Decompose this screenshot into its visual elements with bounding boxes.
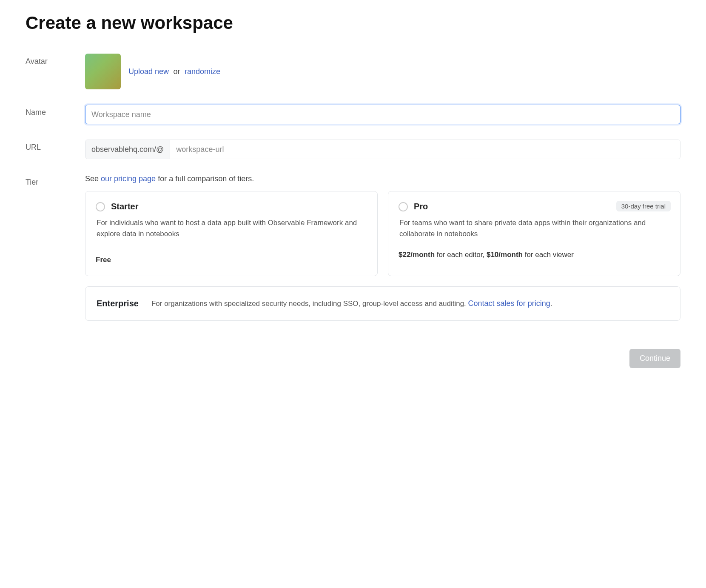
url-row: URL observablehq.com/@ workspace-url — [26, 140, 680, 159]
url-field[interactable]: observablehq.com/@ workspace-url — [85, 140, 680, 159]
tier-row: Tier See our pricing page for a full com… — [26, 174, 680, 321]
tier-intro-prefix: See — [85, 174, 101, 183]
tier-pro-desc: For teams who want to share private data… — [399, 217, 670, 239]
radio-icon[interactable] — [96, 202, 105, 211]
name-label: Name — [26, 105, 85, 117]
tier-intro: See our pricing page for a full comparis… — [85, 174, 680, 183]
pricing-page-link[interactable]: our pricing page — [101, 174, 156, 183]
avatar-row: Avatar Upload new or randomize — [26, 54, 680, 89]
continue-button[interactable]: Continue — [629, 349, 680, 368]
tier-card-starter[interactable]: Starter For individuals who want to host… — [85, 191, 378, 276]
url-slug: workspace-url — [170, 140, 680, 159]
avatar-label: Avatar — [26, 54, 85, 66]
workspace-name-input[interactable] — [85, 105, 680, 124]
avatar-or-text: or — [174, 67, 180, 76]
url-label: URL — [26, 140, 85, 152]
name-row: Name — [26, 105, 680, 124]
tier-pro-title: Pro — [414, 202, 428, 211]
tier-label: Tier — [26, 174, 85, 187]
tier-starter-title: Starter — [111, 202, 138, 211]
tier-starter-desc: For individuals who want to host a data … — [96, 217, 367, 239]
footer-actions: Continue — [26, 349, 680, 368]
tier-intro-suffix: for a full comparison of tiers. — [156, 174, 254, 183]
upload-new-link[interactable]: Upload new — [128, 67, 169, 76]
page-title: Create a new workspace — [26, 13, 680, 33]
tier-enterprise-desc: For organizations with specialized secur… — [151, 298, 552, 309]
tier-card-pro[interactable]: 30-day free trial Pro For teams who want… — [388, 191, 680, 276]
url-prefix: observablehq.com/@ — [85, 140, 170, 159]
contact-sales-link[interactable]: Contact sales for pricing — [468, 299, 550, 308]
tier-enterprise-title: Enterprise — [97, 299, 139, 308]
tier-pro-price: $22/month for each editor, $10/month for… — [399, 249, 670, 260]
tier-card-enterprise: Enterprise For organizations with specia… — [85, 286, 680, 321]
randomize-link[interactable]: randomize — [185, 67, 220, 76]
workspace-avatar[interactable] — [85, 54, 121, 89]
pro-trial-badge: 30-day free trial — [616, 201, 671, 211]
radio-icon[interactable] — [399, 202, 408, 211]
tier-starter-price: Free — [96, 254, 367, 265]
